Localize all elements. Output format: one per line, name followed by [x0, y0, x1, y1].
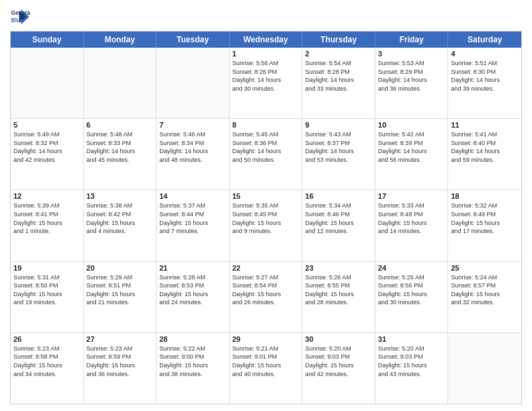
day-number: 31 [378, 335, 445, 343]
header-day-friday: Friday [375, 32, 449, 48]
cal-cell: 24Sunrise: 5:25 AM Sunset: 8:56 PM Dayli… [375, 262, 449, 332]
logo: General Blue [10, 7, 33, 27]
day-number: 10 [378, 121, 445, 129]
logo-icon: General Blue [10, 7, 30, 27]
week-row-0: 1Sunrise: 5:56 AM Sunset: 8:26 PM Daylig… [11, 48, 521, 119]
day-number: 24 [378, 264, 445, 272]
cal-cell: 1Sunrise: 5:56 AM Sunset: 8:26 PM Daylig… [230, 48, 303, 118]
cal-cell [11, 48, 84, 118]
day-number: 27 [87, 335, 154, 343]
cell-info: Sunrise: 5:21 AM Sunset: 9:01 PM Dayligh… [232, 345, 300, 378]
day-number: 23 [305, 264, 372, 272]
week-row-1: 5Sunrise: 5:49 AM Sunset: 8:32 PM Daylig… [11, 119, 521, 190]
cal-cell: 18Sunrise: 5:32 AM Sunset: 8:49 PM Dayli… [448, 190, 521, 261]
cal-cell: 29Sunrise: 5:21 AM Sunset: 9:01 PM Dayli… [230, 333, 303, 404]
day-number: 20 [87, 264, 154, 272]
cal-cell: 25Sunrise: 5:24 AM Sunset: 8:57 PM Dayli… [448, 262, 521, 332]
header-day-saturday: Saturday [448, 32, 521, 48]
cell-info: Sunrise: 5:41 AM Sunset: 8:40 PM Dayligh… [451, 130, 519, 164]
cell-info: Sunrise: 5:25 AM Sunset: 8:56 PM Dayligh… [378, 273, 445, 307]
cal-cell: 27Sunrise: 5:23 AM Sunset: 8:59 PM Dayli… [84, 333, 157, 404]
cal-cell: 4Sunrise: 5:51 AM Sunset: 8:30 PM Daylig… [448, 48, 521, 118]
header-day-wednesday: Wednesday [230, 32, 303, 48]
cal-cell: 8Sunrise: 5:45 AM Sunset: 8:36 PM Daylig… [230, 119, 303, 189]
day-number: 14 [159, 192, 226, 200]
cell-info: Sunrise: 5:35 AM Sunset: 8:45 PM Dayligh… [232, 201, 300, 235]
cell-info: Sunrise: 5:46 AM Sunset: 8:34 PM Dayligh… [159, 130, 226, 164]
cal-cell: 6Sunrise: 5:48 AM Sunset: 8:33 PM Daylig… [84, 119, 157, 189]
cell-info: Sunrise: 5:29 AM Sunset: 8:51 PM Dayligh… [87, 273, 154, 307]
cell-info: Sunrise: 5:49 AM Sunset: 8:32 PM Dayligh… [13, 130, 81, 164]
day-number: 4 [451, 50, 519, 58]
cal-cell: 21Sunrise: 5:28 AM Sunset: 8:53 PM Dayli… [157, 262, 230, 332]
day-number: 13 [87, 192, 154, 200]
day-number: 16 [305, 192, 372, 200]
cell-info: Sunrise: 5:42 AM Sunset: 8:39 PM Dayligh… [378, 130, 445, 164]
day-number: 6 [87, 121, 154, 129]
cal-cell: 13Sunrise: 5:38 AM Sunset: 8:42 PM Dayli… [84, 190, 157, 261]
cal-cell: 2Sunrise: 5:54 AM Sunset: 8:28 PM Daylig… [302, 48, 375, 118]
cell-info: Sunrise: 5:48 AM Sunset: 8:33 PM Dayligh… [87, 130, 154, 164]
cal-cell [448, 333, 521, 404]
cell-info: Sunrise: 5:45 AM Sunset: 8:36 PM Dayligh… [232, 130, 300, 164]
day-number: 22 [232, 264, 300, 272]
calendar: SundayMondayTuesdayWednesdayThursdayFrid… [10, 31, 522, 404]
header-day-thursday: Thursday [302, 32, 375, 48]
day-number: 30 [305, 335, 372, 343]
cal-cell: 20Sunrise: 5:29 AM Sunset: 8:51 PM Dayli… [84, 262, 157, 332]
day-number: 15 [232, 192, 300, 200]
cell-info: Sunrise: 5:20 AM Sunset: 9:03 PM Dayligh… [378, 345, 445, 378]
day-number: 21 [159, 264, 226, 272]
day-number: 5 [13, 121, 81, 129]
cal-cell: 22Sunrise: 5:27 AM Sunset: 8:54 PM Dayli… [230, 262, 303, 332]
cell-info: Sunrise: 5:26 AM Sunset: 8:55 PM Dayligh… [305, 273, 372, 307]
cal-cell: 30Sunrise: 5:20 AM Sunset: 9:03 PM Dayli… [302, 333, 375, 404]
day-number: 11 [451, 121, 519, 129]
week-row-4: 26Sunrise: 5:23 AM Sunset: 8:58 PM Dayli… [11, 333, 521, 404]
cal-cell [157, 48, 230, 118]
cell-info: Sunrise: 5:28 AM Sunset: 8:53 PM Dayligh… [159, 273, 226, 307]
calendar-body: 1Sunrise: 5:56 AM Sunset: 8:26 PM Daylig… [11, 48, 521, 404]
cell-info: Sunrise: 5:33 AM Sunset: 8:48 PM Dayligh… [378, 201, 445, 235]
cal-cell: 3Sunrise: 5:53 AM Sunset: 8:29 PM Daylig… [375, 48, 449, 118]
cal-cell: 10Sunrise: 5:42 AM Sunset: 8:39 PM Dayli… [375, 119, 449, 189]
svg-text:Blue: Blue [11, 17, 24, 24]
page: General Blue SundayMondayTuesdayWednesda… [0, 0, 532, 411]
cal-cell: 11Sunrise: 5:41 AM Sunset: 8:40 PM Dayli… [448, 119, 521, 189]
cell-info: Sunrise: 5:56 AM Sunset: 8:26 PM Dayligh… [232, 59, 300, 93]
cal-cell: 31Sunrise: 5:20 AM Sunset: 9:03 PM Dayli… [375, 333, 449, 404]
cal-cell: 12Sunrise: 5:39 AM Sunset: 8:41 PM Dayli… [11, 190, 84, 261]
cell-info: Sunrise: 5:38 AM Sunset: 8:42 PM Dayligh… [87, 201, 154, 235]
day-number: 25 [451, 264, 519, 272]
cal-cell: 9Sunrise: 5:43 AM Sunset: 8:37 PM Daylig… [302, 119, 375, 189]
cal-cell: 14Sunrise: 5:37 AM Sunset: 8:44 PM Dayli… [157, 190, 230, 261]
cell-info: Sunrise: 5:23 AM Sunset: 8:58 PM Dayligh… [13, 345, 81, 378]
cal-cell: 16Sunrise: 5:34 AM Sunset: 8:46 PM Dayli… [302, 190, 375, 261]
cell-info: Sunrise: 5:24 AM Sunset: 8:57 PM Dayligh… [451, 273, 519, 307]
day-number: 18 [451, 192, 519, 200]
day-number: 1 [232, 50, 300, 58]
day-number: 26 [13, 335, 81, 343]
cell-info: Sunrise: 5:54 AM Sunset: 8:28 PM Dayligh… [305, 59, 372, 93]
week-row-2: 12Sunrise: 5:39 AM Sunset: 8:41 PM Dayli… [11, 190, 521, 261]
cal-cell: 28Sunrise: 5:22 AM Sunset: 9:00 PM Dayli… [157, 333, 230, 404]
header: General Blue [10, 7, 522, 27]
cal-cell [84, 48, 157, 118]
cell-info: Sunrise: 5:51 AM Sunset: 8:30 PM Dayligh… [451, 59, 519, 93]
day-number: 2 [305, 50, 372, 58]
calendar-header: SundayMondayTuesdayWednesdayThursdayFrid… [11, 32, 521, 48]
cal-cell: 26Sunrise: 5:23 AM Sunset: 8:58 PM Dayli… [11, 333, 84, 404]
day-number: 29 [232, 335, 300, 343]
cell-info: Sunrise: 5:53 AM Sunset: 8:29 PM Dayligh… [378, 59, 445, 93]
day-number: 8 [232, 121, 300, 129]
day-number: 3 [378, 50, 445, 58]
cell-info: Sunrise: 5:34 AM Sunset: 8:46 PM Dayligh… [305, 201, 372, 235]
cell-info: Sunrise: 5:43 AM Sunset: 8:37 PM Dayligh… [305, 130, 372, 164]
week-row-3: 19Sunrise: 5:31 AM Sunset: 8:50 PM Dayli… [11, 262, 521, 333]
day-number: 7 [159, 121, 226, 129]
day-number: 17 [378, 192, 445, 200]
day-number: 28 [159, 335, 226, 343]
cell-info: Sunrise: 5:32 AM Sunset: 8:49 PM Dayligh… [451, 201, 519, 235]
cell-info: Sunrise: 5:37 AM Sunset: 8:44 PM Dayligh… [159, 201, 226, 235]
cal-cell: 19Sunrise: 5:31 AM Sunset: 8:50 PM Dayli… [11, 262, 84, 332]
